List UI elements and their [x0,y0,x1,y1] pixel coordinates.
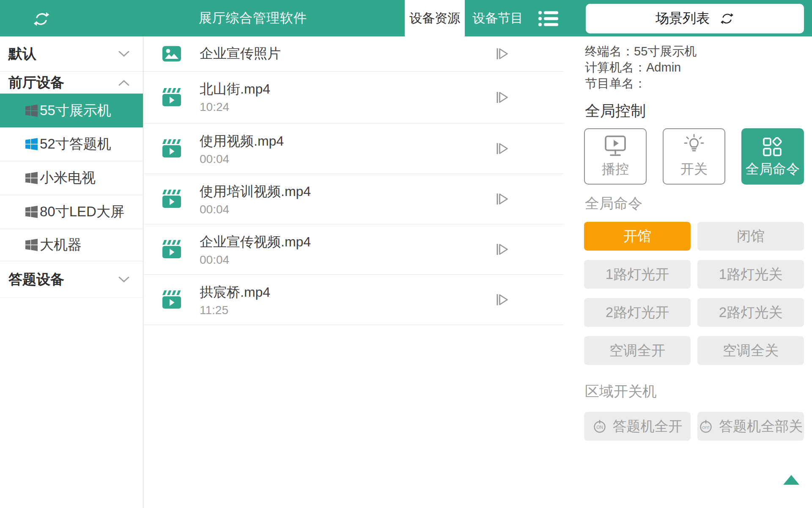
quiz-all-off-button[interactable]: OFF 答题机全部关 [697,412,804,441]
media-duration: 00:04 [200,253,229,267]
windows-icon [25,206,38,218]
light2-on-button[interactable]: 2路灯光开 [584,298,691,327]
device-tree-sidebar: 默认 前厅设备 55寸展示机 52寸答题机 小米电视 80寸LED大屏 大机器 [0,36,143,508]
monitor-play-icon [603,135,628,157]
button-label: 播控 [602,160,629,179]
image-icon [162,46,181,62]
terminal-name-line: 终端名：55寸展示机 [585,43,697,59]
button-label: 全局命令 [746,160,800,179]
list-icon [538,10,560,28]
tab-device-resources[interactable]: 设备资源 [405,0,465,36]
play-button[interactable] [494,190,511,207]
svg-text:OFF: OFF [702,425,710,430]
scene-refresh-icon [720,11,734,26]
play-button[interactable] [494,45,511,62]
sidebar-item-55inch-display[interactable]: 55寸展示机 [0,94,143,127]
area-power-title: 区域开关机 [585,382,657,401]
media-row[interactable]: 拱宸桥.mp4 11:25 [143,275,564,325]
chevron-up-icon [118,80,129,86]
device-label: 小米电视 [40,168,96,188]
group-label: 默认 [8,44,36,64]
chevron-down-icon [118,51,129,57]
global-command-grid: 开馆 闭馆 1路灯光开 1路灯光关 2路灯光开 2路灯光关 空调全开 空调全关 [584,222,804,365]
media-duration: 11:25 [200,304,228,317]
device-label: 55寸展示机 [40,101,111,120]
video-icon [162,139,181,158]
lightbulb-icon [681,134,707,157]
video-icon [162,190,181,208]
light1-off-button[interactable]: 1路灯光关 [697,260,804,289]
windows-icon [25,138,38,150]
sidebar-item-big-machine[interactable]: 大机器 [0,229,143,261]
video-icon [162,240,181,259]
chevron-down-icon [118,276,129,283]
media-title: 使用视频.mp4 [200,132,284,151]
media-title: 使用培训视频.mp4 [200,182,311,201]
play-button[interactable] [494,89,511,106]
video-icon [162,88,181,107]
terminal-info: 终端名：55寸展示机 计算机名：Admin 节目单名： [585,43,697,91]
media-list: 企业宣传照片 北山街.mp4 10:24 [143,36,564,508]
switch-control-button[interactable]: 开关 [663,128,725,185]
device-label: 52寸答题机 [40,135,111,154]
play-button[interactable] [494,140,511,157]
play-button[interactable] [494,291,511,308]
shapes-grid-icon [762,137,783,157]
quiz-all-on-button[interactable]: ON 答题机全开 [584,412,691,441]
ac-all-off-button[interactable]: 空调全关 [697,336,804,365]
playlist-name-line: 节目单名： [585,75,697,91]
app-window: 展厅综合管理软件 设备资源 设备节目 场景列表 默认 前厅设备 [0,0,812,508]
sidebar-group-quiz-devices[interactable]: 答题设备 [0,261,143,298]
media-duration: 00:04 [200,152,229,166]
media-title: 企业宣传视频.mp4 [200,233,311,251]
terminal-control-panel: 终端名：55寸展示机 计算机名：Admin 节目单名： 全局控制 播控 [584,36,804,508]
sidebar-group-front-hall[interactable]: 前厅设备 [0,72,143,94]
media-title: 企业宣传照片 [200,44,281,63]
media-duration: 10:24 [200,100,229,114]
scroll-to-top-button[interactable] [783,475,799,485]
video-icon [162,290,181,309]
media-row[interactable]: 使用培训视频.mp4 00:04 [143,174,564,224]
control-mode-buttons: 播控 开关 [584,128,804,185]
windows-icon [25,239,38,251]
open-hall-button[interactable]: 开馆 [584,222,691,251]
sidebar-item-xiaomi-tv[interactable]: 小米电视 [0,161,143,195]
computer-name-line: 计算机名：Admin [585,59,697,75]
close-hall-button[interactable]: 闭馆 [697,222,804,251]
device-label: 80寸LED大屏 [40,202,124,221]
sidebar-item-80inch-led[interactable]: 80寸LED大屏 [0,195,143,229]
media-title: 拱宸桥.mp4 [200,283,270,302]
power-on-icon: ON [593,419,607,433]
scene-list-button[interactable]: 场景列表 [586,4,804,33]
power-off-icon: OFF [699,419,713,433]
sidebar-item-52inch-quiz[interactable]: 52寸答题机 [0,127,143,161]
button-label: 开关 [680,160,708,179]
group-label: 答题设备 [8,270,64,289]
media-row[interactable]: 使用视频.mp4 00:04 [143,124,564,174]
playback-control-button[interactable]: 播控 [584,128,647,185]
media-row[interactable]: 北山街.mp4 10:24 [143,72,564,124]
global-commands-title: 全局命令 [585,194,642,213]
play-button[interactable] [494,241,511,258]
area-power-buttons: ON 答题机全开 OFF 答题机全部关 [584,412,804,441]
button-label: 答题机全部关 [719,417,803,436]
global-command-button[interactable]: 全局命令 [741,128,804,185]
svg-text:ON: ON [596,425,603,430]
global-control-title: 全局控制 [585,101,646,121]
media-row[interactable]: 企业宣传照片 [143,36,564,72]
light1-on-button[interactable]: 1路灯光开 [584,260,691,289]
media-duration: 00:04 [200,203,229,216]
light2-off-button[interactable]: 2路灯光关 [697,298,804,327]
sidebar-group-default[interactable]: 默认 [0,36,143,72]
windows-icon [25,172,38,184]
button-label: 答题机全开 [613,417,683,436]
scene-list-label: 场景列表 [656,9,710,28]
device-label: 大机器 [40,235,82,254]
ac-all-on-button[interactable]: 空调全开 [584,336,691,365]
app-header: 展厅综合管理软件 设备资源 设备节目 场景列表 [0,0,812,36]
media-title: 北山街.mp4 [200,80,270,99]
tab-device-programs[interactable]: 设备节目 [465,0,531,36]
group-label: 前厅设备 [8,73,64,92]
media-row[interactable]: 企业宣传视频.mp4 00:04 [143,224,564,275]
list-menu-button[interactable] [538,10,560,28]
